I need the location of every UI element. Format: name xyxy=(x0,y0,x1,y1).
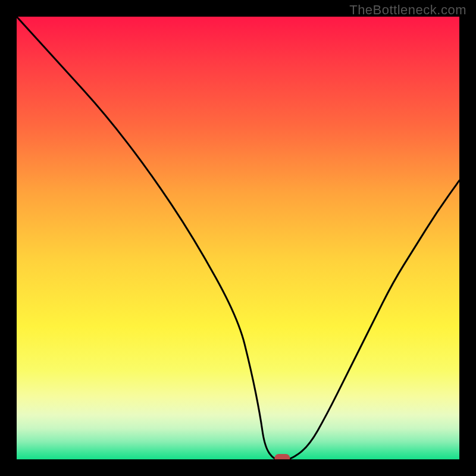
gradient-background xyxy=(17,17,459,459)
plot-area xyxy=(17,17,459,459)
watermark-text: TheBottleneck.com xyxy=(349,2,466,18)
optimal-marker xyxy=(274,454,290,459)
chart-svg xyxy=(17,17,459,459)
chart-frame: TheBottleneck.com xyxy=(0,0,476,476)
